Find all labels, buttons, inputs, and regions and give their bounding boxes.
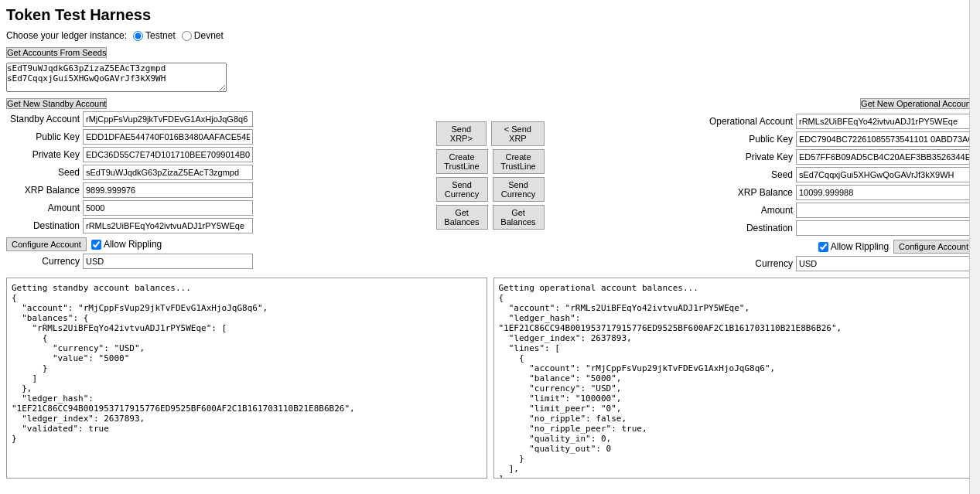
operational-privkey-row: Private Key — [548, 149, 975, 165]
operational-currency-label: Currency — [708, 258, 793, 269]
standby-amount-label: Amount — [6, 203, 80, 213]
standby-privkey-input[interactable] — [83, 147, 253, 162]
operational-configure-row: Allow Rippling Configure Account — [548, 240, 975, 254]
operational-xrp-label: XRP Balance — [708, 187, 793, 198]
operational-currency-input[interactable] — [796, 256, 974, 271]
standby-pubkey-label: Public Key — [6, 131, 80, 142]
testnet-label[interactable]: Testnet — [133, 30, 176, 41]
operational-allow-rippling-text: Allow Rippling — [831, 241, 889, 252]
standby-currency-label: Currency — [6, 256, 80, 267]
operational-amount-input[interactable] — [796, 203, 974, 218]
operational-pubkey-row: Public Key — [548, 131, 975, 147]
operational-destination-row: Destination — [548, 220, 975, 236]
operational-seed-label: Seed — [708, 169, 793, 180]
operational-account-row: Operational Account — [548, 114, 975, 129]
seeds-section: Get Accounts From Seeds — [6, 47, 974, 58]
standby-amount-input[interactable] — [83, 200, 253, 216]
standby-configure-row: Configure Account Allow Rippling — [6, 237, 433, 251]
operational-xrp-input[interactable] — [796, 185, 974, 200]
standby-account-label: Standby Account — [6, 114, 80, 124]
standby-amount-row: Amount — [6, 200, 433, 216]
operational-privkey-label: Private Key — [708, 152, 793, 162]
create-trustline-left-button[interactable]: Create TrustLine — [436, 149, 488, 174]
standby-allow-rippling-text: Allow Rippling — [104, 239, 162, 250]
operational-xrp-row: XRP Balance — [548, 185, 975, 200]
scrollbar[interactable] — [969, 0, 980, 485]
get-balances-right-button[interactable]: Get Balances — [493, 205, 545, 230]
operational-allow-rippling-label[interactable]: Allow Rippling — [818, 241, 889, 252]
standby-pubkey-input[interactable] — [83, 129, 253, 145]
send-currency-right-button[interactable]: Send Currency — [493, 177, 545, 202]
middle-panel: Send XRP> < Send XRP Create TrustLine Cr… — [436, 98, 545, 271]
operational-destination-label: Destination — [708, 223, 793, 233]
operational-panel: Get New Operational Account Operational … — [548, 98, 975, 271]
get-new-standby-button[interactable]: Get New Standby Account — [6, 98, 107, 109]
send-xrp-button[interactable]: Send XRP> — [436, 121, 487, 146]
operational-configure-button[interactable]: Configure Account — [893, 240, 974, 254]
standby-xrp-input[interactable] — [83, 182, 253, 198]
operational-account-label: Operational Account — [708, 116, 793, 127]
send-currency-row: Send Currency Send Currency — [436, 177, 545, 202]
standby-destination-label: Destination — [6, 220, 80, 231]
standby-currency-input[interactable] — [83, 254, 253, 269]
operational-seed-input[interactable] — [796, 167, 974, 182]
output-section: Getting standby account balances... { "a… — [6, 278, 974, 479]
operational-output-box: Getting operational account balances... … — [493, 278, 975, 479]
standby-xrp-label: XRP Balance — [6, 185, 80, 196]
testnet-text: Testnet — [145, 30, 176, 41]
standby-panel: Get New Standby Account Standby Account … — [6, 98, 433, 271]
create-trustline-right-button[interactable]: Create TrustLine — [493, 149, 545, 174]
standby-new-btn-row: Get New Standby Account — [6, 98, 433, 109]
standby-account-input[interactable] — [83, 111, 253, 127]
main-layout: Get New Standby Account Standby Account … — [6, 98, 974, 271]
operational-pubkey-input[interactable] — [796, 131, 974, 147]
standby-seed-label: Seed — [6, 167, 80, 178]
get-balances-left-button[interactable]: Get Balances — [436, 205, 488, 230]
ledger-label: Choose your ledger instance: — [6, 30, 127, 41]
standby-seed-row: Seed — [6, 165, 433, 180]
standby-allow-rippling-checkbox[interactable] — [91, 240, 101, 250]
send-currency-left-button[interactable]: Send Currency — [436, 177, 488, 202]
operational-seed-row: Seed — [548, 167, 975, 182]
devnet-label[interactable]: Devnet — [182, 30, 224, 41]
get-balances-row: Get Balances Get Balances — [436, 205, 545, 230]
send-xrp-back-button[interactable]: < Send XRP — [491, 121, 544, 146]
testnet-radio[interactable] — [133, 31, 143, 41]
operational-currency-row: Currency — [548, 256, 975, 271]
operational-new-btn-row: Get New Operational Account — [548, 98, 975, 109]
standby-destination-row: Destination — [6, 218, 433, 233]
standby-account-row: Standby Account — [6, 111, 433, 127]
operational-pubkey-label: Public Key — [708, 134, 793, 145]
operational-account-input[interactable] — [796, 114, 974, 129]
standby-pubkey-row: Public Key — [6, 129, 433, 145]
operational-destination-input[interactable] — [796, 220, 974, 236]
standby-privkey-label: Private Key — [6, 149, 80, 160]
create-trustline-row: Create TrustLine Create TrustLine — [436, 149, 545, 174]
standby-allow-rippling-label[interactable]: Allow Rippling — [91, 239, 162, 250]
standby-seed-input[interactable] — [83, 165, 253, 180]
standby-destination-input[interactable] — [83, 218, 253, 233]
get-accounts-seeds-button[interactable]: Get Accounts From Seeds — [6, 47, 107, 58]
standby-xrp-row: XRP Balance — [6, 182, 433, 198]
send-xrp-row: Send XRP> < Send XRP — [436, 121, 545, 146]
devnet-radio[interactable] — [182, 31, 192, 41]
seeds-textarea[interactable] — [6, 63, 227, 92]
standby-output-box: Getting standby account balances... { "a… — [6, 278, 487, 479]
operational-allow-rippling-checkbox[interactable] — [818, 242, 828, 252]
devnet-text: Devnet — [194, 30, 224, 41]
operational-amount-label: Amount — [708, 205, 793, 216]
ledger-row: Choose your ledger instance: Testnet Dev… — [6, 30, 974, 41]
get-new-operational-button[interactable]: Get New Operational Account — [860, 98, 974, 109]
standby-configure-button[interactable]: Configure Account — [6, 237, 87, 251]
standby-privkey-row: Private Key — [6, 147, 433, 162]
operational-amount-row: Amount — [548, 203, 975, 218]
standby-currency-row: Currency — [6, 254, 433, 269]
operational-privkey-input[interactable] — [796, 149, 974, 165]
page-title: Token Test Harness — [6, 6, 974, 24]
